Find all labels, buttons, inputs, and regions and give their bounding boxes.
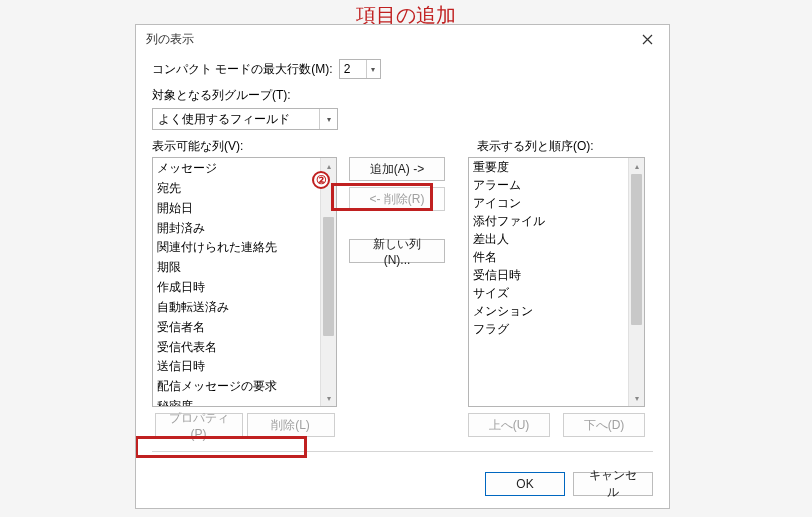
delete-column-button[interactable]: 削除(L) [247, 413, 335, 437]
remove-column-button[interactable]: <- 削除(R) [349, 187, 445, 211]
max-rows-input[interactable] [340, 60, 366, 78]
scroll-up-icon[interactable]: ▴ [629, 158, 644, 174]
list-item[interactable]: アイコン [469, 194, 628, 212]
list-item[interactable]: メッセージ [153, 158, 320, 178]
annotation-badge-2: ② [312, 171, 330, 189]
divider [152, 451, 653, 452]
list-item[interactable]: 送信日時 [153, 356, 320, 376]
list-item[interactable]: 期限 [153, 257, 320, 277]
dialog-title: 列の表示 [146, 31, 631, 48]
list-item[interactable]: 差出人 [469, 230, 628, 248]
chevron-down-icon[interactable]: ▾ [366, 60, 380, 78]
list-item[interactable]: フラグ [469, 320, 628, 338]
list-item[interactable]: 受信日時 [469, 266, 628, 284]
list-item[interactable]: 受信代表名 [153, 337, 320, 357]
available-columns-list[interactable]: メッセージ宛先開始日開封済み関連付けられた連絡先期限作成日時自動転送済み受信者名… [152, 157, 337, 407]
available-columns-label: 表示可能な列(V): [152, 138, 347, 155]
scroll-down-icon[interactable]: ▾ [321, 390, 336, 406]
list-item[interactable]: 宛先 [153, 178, 320, 198]
scroll-down-icon[interactable]: ▾ [629, 390, 644, 406]
list-item[interactable]: 秘密度 [153, 396, 320, 406]
close-button[interactable] [631, 28, 663, 50]
list-item[interactable]: 開封済み [153, 218, 320, 238]
list-item[interactable]: 作成日時 [153, 277, 320, 297]
list-item[interactable]: 自動転送済み [153, 297, 320, 317]
properties-button[interactable]: プロパティ(P) [155, 413, 243, 437]
scrollbar[interactable]: ▴ ▾ [320, 158, 336, 406]
scroll-thumb[interactable] [631, 174, 642, 325]
max-rows-spinner[interactable]: ▾ [339, 59, 381, 79]
list-item[interactable]: サイズ [469, 284, 628, 302]
list-item[interactable]: 配信メッセージの要求 [153, 376, 320, 396]
list-item[interactable]: 開始日 [153, 198, 320, 218]
column-group-combo[interactable]: よく使用するフィールド ▾ [152, 108, 338, 130]
list-item[interactable]: メンション [469, 302, 628, 320]
ok-button[interactable]: OK [485, 472, 565, 496]
list-item[interactable]: 関連付けられた連絡先 [153, 237, 320, 257]
scrollbar[interactable]: ▴ ▾ [628, 158, 644, 406]
column-group-value: よく使用するフィールド [153, 111, 319, 128]
list-item[interactable]: 重要度 [469, 158, 628, 176]
new-column-button[interactable]: 新しい列(N)... [349, 239, 445, 263]
list-item[interactable]: アラーム [469, 176, 628, 194]
show-columns-dialog: 列の表示 コンパクト モードの最大行数(M): ▾ 対象となる列グループ(T):… [135, 24, 670, 509]
title-bar: 列の表示 [136, 25, 669, 53]
move-down-button[interactable]: 下へ(D) [563, 413, 645, 437]
max-rows-label: コンパクト モードの最大行数(M): [152, 61, 333, 78]
list-item[interactable]: 添付ファイル [469, 212, 628, 230]
shown-columns-label: 表示する列と順序(O): [477, 138, 594, 155]
cancel-button[interactable]: キャンセル [573, 472, 653, 496]
chevron-down-icon[interactable]: ▾ [319, 109, 337, 129]
list-item[interactable]: 件名 [469, 248, 628, 266]
close-icon [642, 34, 653, 45]
shown-columns-list[interactable]: 重要度アラームアイコン添付ファイル差出人件名受信日時サイズメンションフラグ ▴ … [468, 157, 645, 407]
list-item[interactable]: 受信者名 [153, 317, 320, 337]
add-column-button[interactable]: 追加(A) -> [349, 157, 445, 181]
group-label: 対象となる列グループ(T): [152, 87, 291, 104]
move-up-button[interactable]: 上へ(U) [468, 413, 550, 437]
scroll-thumb[interactable] [323, 217, 334, 336]
